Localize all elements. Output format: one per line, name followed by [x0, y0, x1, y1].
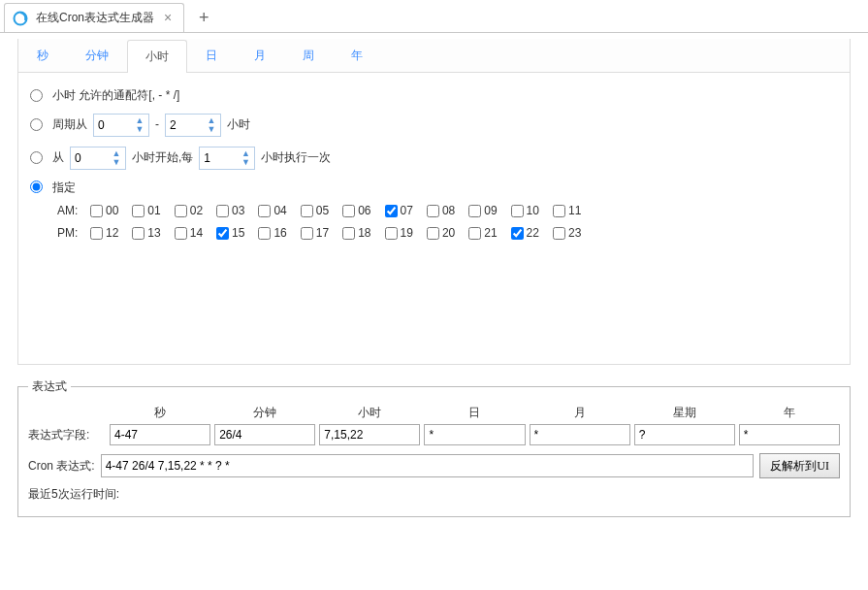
chevron-up-icon[interactable]: ▲: [205, 116, 218, 124]
opt-fromevery-radio[interactable]: [30, 151, 43, 164]
hour-12-checkbox[interactable]: [90, 227, 103, 240]
opt-wildcard-radio[interactable]: [30, 89, 43, 102]
hour-02[interactable]: 02: [175, 203, 203, 219]
hour-01[interactable]: 01: [132, 203, 160, 219]
field-day[interactable]: [424, 424, 525, 445]
chevron-down-icon[interactable]: ▼: [205, 125, 218, 133]
parse-to-ui-button[interactable]: 反解析到UI: [759, 453, 840, 478]
tab-5[interactable]: 周: [284, 39, 333, 72]
hour-08[interactable]: 08: [427, 203, 455, 219]
hour-21[interactable]: 21: [468, 225, 497, 242]
browser-tab[interactable]: 在线Cron表达式生成器 ×: [4, 3, 184, 32]
fromevery-start-spinner[interactable]: ▲▼: [70, 147, 126, 170]
hour-01-checkbox[interactable]: [132, 205, 145, 217]
hour-17[interactable]: 17: [301, 225, 329, 242]
hour-20-checkbox[interactable]: [427, 227, 439, 240]
hour-12-label: 12: [106, 225, 118, 242]
hour-18[interactable]: 18: [342, 225, 370, 242]
field-sec[interactable]: [110, 424, 210, 445]
hour-19[interactable]: 19: [385, 225, 413, 242]
field-year[interactable]: [739, 424, 840, 445]
hour-16-checkbox[interactable]: [258, 227, 271, 240]
cycle-from-input[interactable]: [94, 115, 131, 135]
hour-10[interactable]: 10: [511, 203, 539, 219]
opt-fromevery-l1: 从: [52, 149, 64, 166]
hour-13-checkbox[interactable]: [132, 227, 145, 240]
close-icon[interactable]: ×: [162, 9, 174, 28]
cycle-to-input[interactable]: [166, 115, 203, 135]
hour-18-checkbox[interactable]: [342, 227, 355, 240]
hour-23[interactable]: 23: [553, 225, 581, 242]
chevron-up-icon[interactable]: ▲: [110, 149, 123, 157]
field-week[interactable]: [634, 424, 735, 445]
tab-4[interactable]: 月: [236, 39, 284, 72]
hour-02-checkbox[interactable]: [175, 205, 187, 217]
new-tab-button[interactable]: +: [190, 5, 217, 32]
hour-17-checkbox[interactable]: [301, 227, 313, 240]
field-mon[interactable]: [530, 424, 630, 445]
hour-09-checkbox[interactable]: [468, 205, 481, 217]
hour-08-checkbox[interactable]: [427, 205, 439, 217]
hour-22[interactable]: 22: [511, 225, 539, 242]
hour-23-label: 23: [568, 225, 581, 242]
hour-03-checkbox[interactable]: [216, 205, 229, 217]
tab-6[interactable]: 年: [333, 39, 381, 72]
expr-field-label: 表达式字段:: [28, 427, 106, 443]
hour-05-checkbox[interactable]: [301, 205, 313, 217]
hour-07[interactable]: 07: [385, 203, 413, 219]
hour-10-label: 10: [527, 203, 539, 219]
chevron-down-icon[interactable]: ▼: [133, 125, 146, 133]
expr-full-input[interactable]: [101, 454, 755, 477]
hour-23-checkbox[interactable]: [553, 227, 565, 240]
chevron-up-icon[interactable]: ▲: [239, 149, 252, 157]
hour-14-checkbox[interactable]: [175, 227, 187, 240]
browser-tab-title: 在线Cron表达式生成器: [36, 10, 154, 26]
hour-06[interactable]: 06: [342, 203, 370, 219]
hour-11-checkbox[interactable]: [553, 205, 565, 217]
favicon-icon: [13, 11, 28, 26]
hour-22-checkbox[interactable]: [511, 227, 524, 240]
hour-04-checkbox[interactable]: [258, 205, 271, 217]
chevron-up-icon[interactable]: ▲: [133, 116, 146, 124]
expression-legend: 表达式: [28, 378, 71, 395]
tab-1[interactable]: 分钟: [67, 39, 127, 72]
hour-10-checkbox[interactable]: [511, 205, 524, 217]
hour-07-checkbox[interactable]: [385, 205, 398, 217]
chevron-down-icon[interactable]: ▼: [239, 158, 252, 166]
hour-19-checkbox[interactable]: [385, 227, 398, 240]
field-min[interactable]: [214, 424, 315, 445]
hour-panel: 小时 允许的通配符[, - * /] 周期从 ▲▼ - ▲▼ 小时 从: [18, 73, 850, 364]
tab-2[interactable]: 小时: [127, 40, 187, 73]
hour-09[interactable]: 09: [468, 203, 497, 219]
cycle-from-spinner[interactable]: ▲▼: [93, 114, 149, 137]
chevron-down-icon[interactable]: ▼: [110, 158, 123, 166]
hour-17-label: 17: [316, 225, 329, 242]
hour-03-label: 03: [232, 203, 244, 219]
hour-11[interactable]: 11: [553, 203, 581, 219]
hour-04[interactable]: 04: [258, 203, 286, 219]
cycle-to-spinner[interactable]: ▲▼: [165, 114, 221, 137]
hour-06-checkbox[interactable]: [342, 205, 355, 217]
hour-15[interactable]: 15: [216, 225, 244, 242]
fromevery-every-input[interactable]: [200, 148, 237, 168]
tab-3[interactable]: 日: [187, 39, 236, 72]
hour-05[interactable]: 05: [301, 203, 329, 219]
field-hour[interactable]: [319, 424, 420, 445]
hour-21-checkbox[interactable]: [468, 227, 481, 240]
hour-18-label: 18: [358, 225, 370, 242]
hour-15-checkbox[interactable]: [216, 227, 229, 240]
hour-14[interactable]: 14: [175, 225, 203, 242]
opt-cycle-radio[interactable]: [30, 118, 43, 131]
tab-0[interactable]: 秒: [18, 39, 67, 72]
fromevery-every-spinner[interactable]: ▲▼: [199, 147, 255, 170]
hour-00[interactable]: 00: [90, 203, 118, 219]
hour-03[interactable]: 03: [216, 203, 244, 219]
hour-16[interactable]: 16: [258, 225, 286, 242]
opt-specify-label: 指定: [52, 180, 76, 196]
hour-20[interactable]: 20: [427, 225, 455, 242]
opt-specify-radio[interactable]: [30, 180, 43, 193]
hour-13[interactable]: 13: [132, 225, 160, 242]
hour-00-checkbox[interactable]: [90, 205, 103, 217]
hour-12[interactable]: 12: [90, 225, 118, 242]
fromevery-start-input[interactable]: [71, 148, 108, 168]
